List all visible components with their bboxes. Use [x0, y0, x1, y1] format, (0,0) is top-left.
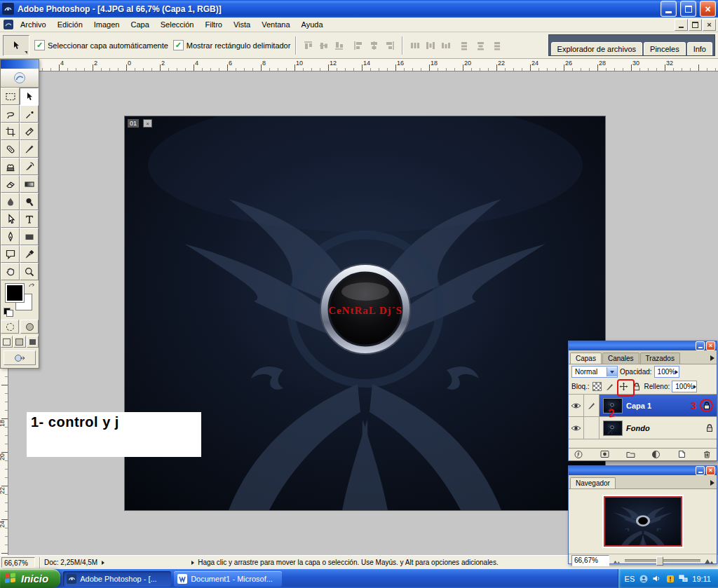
layer-name[interactable]: Fondo	[626, 424, 650, 432]
crop-tool[interactable]	[1, 123, 20, 140]
child-minimize-button[interactable]	[675, 19, 688, 31]
tab-canales[interactable]: Canales	[602, 353, 639, 364]
close-button[interactable]	[700, 1, 716, 17]
swap-colors-icon[interactable]	[28, 282, 36, 290]
marquee-tool[interactable]	[1, 88, 20, 105]
auto-select-layer-checkbox[interactable]: Seleccionar capa automáticamente	[34, 40, 168, 50]
taskbar-item-word[interactable]: Document1 - Microsof...	[174, 571, 282, 587]
distribute-left-button[interactable]	[458, 38, 473, 53]
child-close-button[interactable]	[703, 19, 716, 31]
menu-ayuda[interactable]: Ayuda	[296, 18, 329, 31]
default-colors-icon[interactable]	[4, 308, 13, 316]
volume-icon[interactable]	[652, 574, 661, 583]
layer-lock-icon[interactable]	[703, 402, 710, 410]
align-center-button[interactable]	[367, 38, 381, 53]
window-titlebar[interactable]: Adobe Photoshop - [4.JPG al 66,7% (Capa …	[0, 0, 718, 18]
layer-row-capa1[interactable]: Capa 1 3	[569, 395, 717, 417]
clone-stamp-tool[interactable]	[1, 158, 20, 175]
menu-vista[interactable]: Vista	[228, 18, 256, 31]
menu-edicion[interactable]: Edición	[52, 18, 88, 31]
restore-button[interactable]	[680, 1, 696, 17]
link-indicator[interactable]	[584, 417, 600, 439]
palette-close-button[interactable]	[706, 341, 715, 350]
horizontal-ruler[interactable]: 4 2 0 2 4 6 8 10 12 14 16 18 20 22 24 26…	[0, 59, 718, 71]
type-tool[interactable]	[20, 210, 39, 228]
lock-transparency-button[interactable]	[592, 381, 602, 392]
opacity-field[interactable]: 100%	[654, 366, 679, 378]
distribute-top-button[interactable]	[407, 38, 422, 53]
distribute-center-button[interactable]	[473, 38, 488, 53]
fullscreen-menubar-button[interactable]	[13, 336, 25, 348]
language-indicator[interactable]: ES	[625, 575, 635, 583]
taskbar-item-photoshop[interactable]: Adobe Photoshop - [...	[63, 571, 171, 587]
palette-menu-icon[interactable]	[710, 355, 714, 361]
layer-thumbnail[interactable]	[603, 421, 623, 436]
menu-archivo[interactable]: Archivo	[15, 18, 52, 31]
notes-tool[interactable]	[1, 245, 20, 263]
slider-arrow-icon[interactable]	[693, 385, 696, 389]
menu-ventana[interactable]: Ventana	[256, 18, 295, 31]
show-bounding-box-checkbox[interactable]: Mostrar rectángulo delimitador	[173, 40, 291, 50]
minimize-button[interactable]	[661, 1, 677, 17]
layer-main[interactable]: Fondo	[600, 417, 717, 439]
standard-mode-button[interactable]	[1, 320, 19, 334]
info-tab[interactable]: Info	[687, 42, 712, 55]
hand-tool[interactable]	[1, 263, 20, 280]
start-button[interactable]: Inicio	[0, 569, 60, 588]
magic-wand-tool[interactable]	[20, 105, 39, 123]
eraser-tool[interactable]	[1, 175, 20, 193]
zoom-in-icon[interactable]	[704, 556, 714, 565]
align-middle-button[interactable]	[316, 38, 331, 53]
new-layer-button[interactable]	[677, 450, 686, 458]
blend-mode-select[interactable]: Normal	[571, 366, 618, 378]
tray-icon-update[interactable]	[665, 574, 675, 583]
visibility-toggle[interactable]	[569, 417, 584, 439]
toolbox-titlebar[interactable]	[1, 60, 39, 69]
distribute-bottom-button[interactable]	[438, 38, 453, 53]
path-select-tool[interactable]	[1, 210, 20, 228]
navigator-zoom-field[interactable]: 66,67%	[571, 555, 609, 566]
lock-position-button[interactable]	[618, 381, 629, 392]
tab-capas[interactable]: Capas	[570, 353, 602, 364]
menu-filtro[interactable]: Filtro	[199, 18, 227, 31]
slider-arrow-icon[interactable]	[675, 370, 678, 374]
menu-imagen[interactable]: Imagen	[88, 18, 126, 31]
gradient-tool[interactable]	[20, 175, 39, 193]
zoom-slider-thumb[interactable]	[656, 556, 663, 566]
blur-tool[interactable]	[1, 193, 20, 210]
foreground-color-swatch[interactable]	[6, 284, 24, 302]
status-popup-icon[interactable]	[102, 561, 104, 565]
dodge-tool[interactable]	[20, 193, 39, 210]
align-bottom-button[interactable]	[332, 38, 346, 53]
move-tool[interactable]	[20, 88, 39, 105]
child-restore-button[interactable]	[689, 19, 702, 31]
tray-icon-messenger[interactable]	[639, 574, 648, 583]
current-tool-button[interactable]	[3, 35, 29, 56]
lock-pixels-button[interactable]	[605, 381, 616, 392]
palette-menu-icon[interactable]	[710, 480, 714, 486]
dropdown-button[interactable]	[607, 367, 617, 376]
distribute-middle-button[interactable]	[423, 38, 438, 53]
adobe-online-button[interactable]	[1, 69, 39, 88]
tab-navegador[interactable]: Navegador	[570, 477, 616, 488]
brush-tool[interactable]	[20, 140, 39, 158]
fullscreen-button[interactable]	[27, 336, 39, 348]
history-brush-tool[interactable]	[20, 158, 39, 175]
eyedropper-tool[interactable]	[20, 245, 39, 263]
menu-capa[interactable]: Capa	[125, 18, 154, 31]
palette-minimize-button[interactable]	[696, 466, 705, 475]
new-set-button[interactable]	[626, 451, 635, 458]
zoom-slider[interactable]	[625, 559, 700, 562]
tray-icon-network[interactable]	[679, 574, 688, 583]
adjustment-layer-button[interactable]	[651, 450, 661, 459]
standard-screen-button[interactable]	[1, 336, 13, 348]
distribute-right-button[interactable]	[489, 38, 503, 53]
status-zoom-field[interactable]: 66,67%	[1, 557, 35, 568]
align-left-button[interactable]	[351, 38, 366, 53]
brushes-tab[interactable]: Pinceles	[644, 42, 686, 55]
palette-close-button[interactable]	[706, 466, 715, 475]
shape-tool[interactable]	[20, 228, 39, 245]
layer-main[interactable]: Capa 1 3	[600, 395, 717, 416]
palette-minimize-button[interactable]	[696, 341, 705, 350]
align-top-button[interactable]	[301, 38, 316, 53]
